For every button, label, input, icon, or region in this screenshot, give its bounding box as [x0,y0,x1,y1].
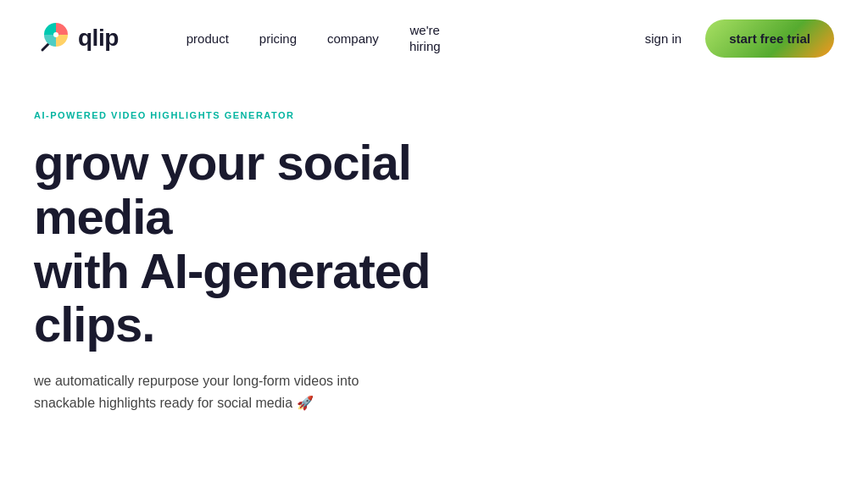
start-free-trial-button[interactable]: start free trial [705,19,834,58]
hero-section: AI-POWERED VIDEO HIGHLIGHTS GENERATOR gr… [0,76,868,413]
sign-in-link[interactable]: sign in [645,31,682,46]
nav-pricing[interactable]: pricing [259,31,297,46]
nav-hiring[interactable]: we'rehiring [409,22,441,55]
navbar: qlip product pricing company we'rehiring… [0,0,868,76]
hero-badge: AI-POWERED VIDEO HIGHLIGHTS GENERATOR [34,110,834,120]
hero-headline: grow your social media with AI-generated… [34,136,526,352]
nav-right: sign in start free trial [645,19,834,58]
logo-link[interactable]: qlip [34,19,119,57]
svg-point-2 [53,32,58,37]
logo-icon [34,19,71,57]
hero-subtext: we automatically repurpose your long-for… [34,370,407,413]
nav-links: product pricing company we'rehiring [186,22,645,55]
nav-company[interactable]: company [327,31,379,46]
nav-product[interactable]: product [186,31,229,46]
logo-text: qlip [78,25,119,52]
